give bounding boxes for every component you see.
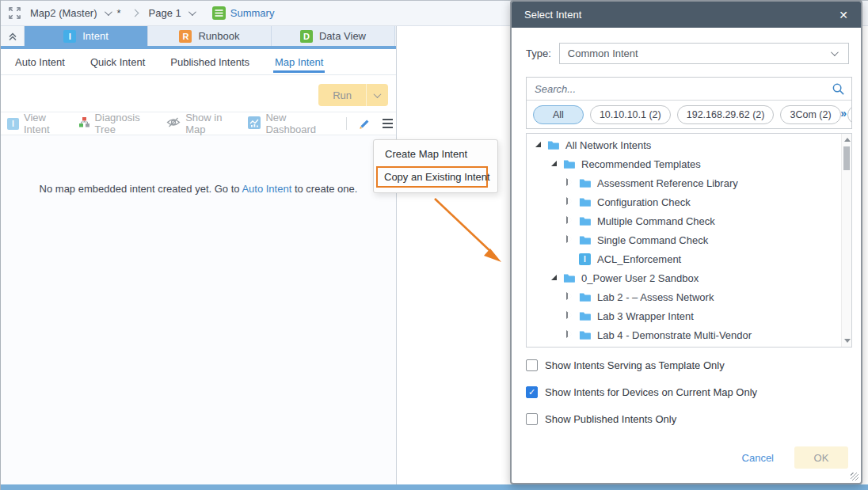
subtab-quick-intent[interactable]: Quick Intent	[79, 49, 156, 74]
subtab-published-intents[interactable]: Published Intents	[159, 49, 261, 74]
edit-pencil-icon[interactable]	[356, 115, 373, 132]
runbook-badge-icon: R	[179, 30, 192, 43]
tree-expander-collapsed-icon[interactable]	[566, 217, 574, 225]
tree-node-lab-2-assess-network[interactable]: Lab 2 - – Assess Network	[527, 287, 841, 306]
chip-ac[interactable]: Ac	[847, 105, 851, 124]
tree-node-recommended-templates[interactable]: Recommended Templates	[527, 154, 841, 173]
tree-expander-collapsed-icon[interactable]	[566, 179, 574, 187]
tree-expander-expanded-icon[interactable]	[550, 160, 558, 168]
diagnosis-tree-icon	[78, 116, 90, 131]
checkbox-row-show-published-intents-only[interactable]: Show Published Intents Only	[526, 411, 849, 427]
close-icon[interactable]: ✕	[836, 7, 851, 23]
folder-icon	[563, 159, 575, 169]
tree-node-multiple-command-check[interactable]: Multiple Command Check	[527, 211, 841, 230]
checkbox-label: Show Intents for Devices on Current Map …	[545, 386, 757, 398]
tab-runbook[interactable]: RRunbook	[148, 26, 272, 46]
menu-hamburger-icon[interactable]	[379, 115, 396, 132]
tree-node-0-power-user-2-sandbox[interactable]: 0_Power User 2 Sandbox	[527, 268, 841, 287]
menu-item-copy-an-existing-intent[interactable]: Copy an Existing Intent	[376, 166, 488, 188]
empty-message: No map embedded intent created yet. Go t…	[1, 183, 396, 195]
tree-node-label: Multiple Command Check	[597, 215, 715, 227]
search-icon[interactable]	[832, 82, 845, 98]
run-button[interactable]: Run	[318, 84, 366, 106]
intent-tree: All Network IntentsRecommended Templates…	[526, 133, 852, 348]
intent-panel: IIntentRRunbookDData View Auto IntentQui…	[1, 26, 397, 484]
tree-node-partial[interactable]	[527, 344, 841, 348]
tree-expander-collapsed-icon[interactable]	[566, 331, 574, 339]
checkbox-row-show-intents-for-devices-on-current-map-only[interactable]: ✓Show Intents for Devices on Current Map…	[526, 384, 849, 400]
folder-icon	[579, 292, 591, 302]
summary-icon	[212, 6, 226, 20]
chips-overflow-icon[interactable]: »	[840, 107, 847, 120]
chip-192-168-29-62-2[interactable]: 192.168.29.62 (2)	[677, 105, 775, 124]
folder-icon	[579, 311, 591, 321]
intent-badge-icon: I	[63, 30, 76, 43]
checkbox-unchecked-icon[interactable]	[526, 413, 538, 425]
intent-context-menu: Create Map IntentCopy an Existing Intent	[373, 139, 498, 193]
tree-node-lab-3-wrapper-intent[interactable]: Lab 3 Wrapper Intent	[527, 306, 841, 325]
search-row	[527, 78, 851, 101]
page-selector[interactable]: Page 1	[149, 7, 181, 19]
tree-node-single-command-check[interactable]: Single Command Check	[527, 230, 841, 249]
checkbox-checked-icon[interactable]: ✓	[526, 386, 538, 398]
intent-action-bar: IView IntentDiagnosis TreeShow in MapNew…	[1, 112, 396, 135]
resize-grip[interactable]	[851, 473, 858, 481]
subtab-auto-intent[interactable]: Auto Intent	[4, 49, 76, 74]
chip-all[interactable]: All	[533, 105, 584, 124]
auto-intent-link[interactable]: Auto Intent	[242, 183, 291, 195]
checkbox-label: Show Intents Serving as Template Only	[545, 359, 725, 371]
scrollbar-thumb[interactable]	[843, 146, 850, 170]
scroll-down-icon[interactable]	[844, 339, 851, 343]
tree-node-assessment-reference-library[interactable]: Assessment Reference Library	[527, 173, 841, 192]
run-dropdown-button[interactable]	[366, 84, 388, 106]
intent-type-select[interactable]: Common Intent	[559, 43, 849, 64]
tree-expander-expanded-icon[interactable]	[550, 274, 558, 282]
checkbox-unchecked-icon[interactable]	[526, 359, 538, 371]
select-intent-dialog: Select Intent ✕ Type: Common Intent All1…	[510, 0, 862, 484]
tab-label: Runbook	[198, 30, 239, 42]
modified-marker: *	[117, 7, 121, 19]
tree-scrollbar[interactable]	[841, 134, 851, 347]
tree-expander-expanded-icon[interactable]	[535, 141, 542, 149]
chip-3com-2[interactable]: 3Com (2)	[780, 105, 840, 124]
run-row: Run	[1, 75, 396, 112]
scroll-up-icon[interactable]	[844, 138, 851, 142]
tree-node-acl-enforcement[interactable]: IACL_Enforcement	[527, 249, 841, 268]
fullscreen-icon[interactable]	[9, 7, 21, 19]
ok-button[interactable]: OK	[794, 446, 848, 469]
subtab-map-intent[interactable]: Map Intent	[264, 49, 334, 74]
action-show-in-map[interactable]: Show in Map	[166, 112, 242, 135]
tree-node-lab-4-demonstrate-multi-vendor[interactable]: Lab 4 - Demonstrate Multi-Vendor	[527, 325, 841, 344]
page-chevron-down-icon[interactable]	[188, 8, 196, 16]
folder-icon	[547, 140, 559, 150]
checkbox-row-show-intents-serving-as-template-only[interactable]: Show Intents Serving as Template Only	[526, 357, 849, 373]
action-label: Diagnosis Tree	[95, 112, 162, 135]
action-diagnosis-tree[interactable]: Diagnosis Tree	[78, 112, 162, 135]
tree-expander-collapsed-icon[interactable]	[566, 293, 574, 301]
map-title[interactable]: Map2 (Master)	[30, 7, 97, 19]
no-expander	[566, 255, 574, 263]
collapse-panel-button[interactable]	[1, 26, 25, 46]
menu-item-create-map-intent[interactable]: Create Map Intent	[374, 143, 497, 165]
tab-intent[interactable]: IIntent	[25, 26, 148, 46]
chip-10-10-10-1-2[interactable]: 10.10.10.1 (2)	[590, 105, 671, 124]
cancel-button[interactable]: Cancel	[742, 452, 774, 464]
dialog-header: Select Intent ✕	[512, 2, 861, 28]
panel-tab-row: IIntentRRunbookDData View	[1, 26, 396, 49]
action-new-dashboard[interactable]: New Dashboard	[248, 112, 337, 135]
action-label: New Dashboard	[265, 112, 337, 135]
map-title-chevron-down-icon[interactable]	[104, 8, 112, 16]
folder-icon	[579, 178, 591, 188]
search-input[interactable]	[527, 78, 851, 100]
tree-expander-collapsed-icon[interactable]	[566, 198, 574, 206]
action-view-intent[interactable]: IView Intent	[7, 112, 73, 135]
tree-node-label: Single Command Check	[597, 234, 708, 246]
tree-node-all-network-intents[interactable]: All Network Intents	[527, 135, 841, 154]
intent-subtabs: Auto IntentQuick IntentPublished Intents…	[1, 49, 396, 75]
summary-button[interactable]: Summary	[212, 6, 275, 20]
map-intent-empty-state: No map embedded intent created yet. Go t…	[1, 135, 396, 484]
tree-expander-collapsed-icon[interactable]	[566, 312, 574, 320]
tab-data-view[interactable]: DData View	[272, 26, 395, 46]
tree-expander-collapsed-icon[interactable]	[566, 236, 574, 244]
tree-node-configuration-check[interactable]: Configuration Check	[527, 192, 841, 211]
